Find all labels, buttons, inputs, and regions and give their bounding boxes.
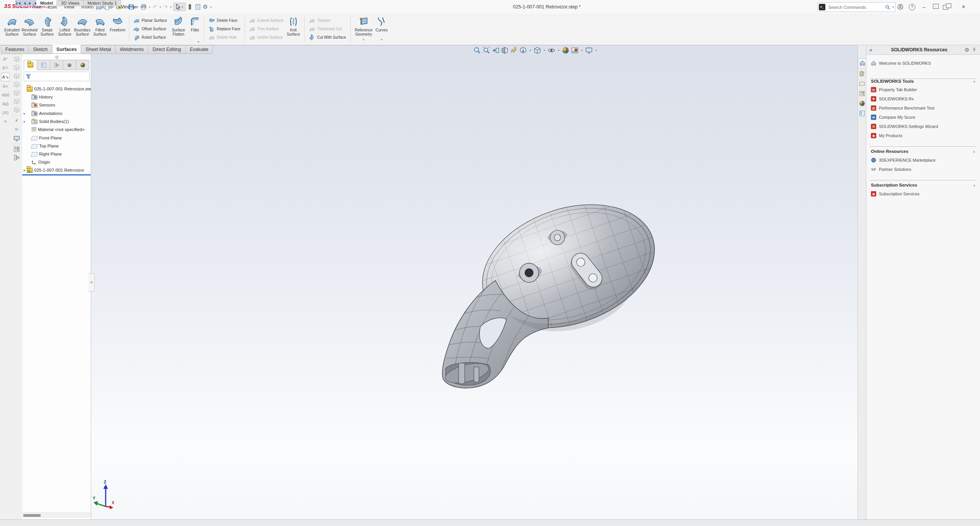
instant3d-icon[interactable]: ✦⃗ [13,117,20,125]
link-icon[interactable]: ⌗ [2,118,9,125]
pin-icon[interactable] [971,47,980,52]
redo-dropdown-icon[interactable]: ▾ [169,5,173,9]
restore-span-button[interactable]: ↔ [933,3,939,10]
expand-arrow-icon[interactable]: ▸ [22,111,27,115]
solidworks-resources-tab[interactable] [858,58,866,68]
view-cube-icon-1[interactable] [13,56,20,62]
3d-model-mirror-housing[interactable] [413,180,666,395]
file-explorer-tab[interactable] [858,79,866,88]
delete-face-button[interactable]: Delete Face [207,17,242,24]
text-style-icon-1[interactable]: A° [2,55,9,63]
offset-surface-button[interactable]: Offset Surface [132,26,168,32]
display-manager-tab[interactable] [76,60,89,70]
section-view-icon[interactable] [501,46,509,54]
text-style-icon-3[interactable]: A↘ [1,73,10,81]
lofted-surface-button[interactable]: Lofted Surface [56,14,74,45]
dynamic-annotation-views-icon[interactable] [510,46,518,54]
tab-weldments[interactable]: Weldments [116,45,148,54]
extruded-surface-button[interactable]: Extruded Surface [3,14,21,45]
view-settings-icon[interactable] [585,46,593,54]
tab-direct-editing[interactable]: Direct Editing [148,45,185,54]
search-icon[interactable] [885,5,890,10]
motion-study-tab[interactable]: Motion Study 1 [84,0,121,6]
view-cube-icon-2[interactable] [13,64,20,71]
curves-button[interactable]: Curves▾ [374,14,389,45]
tree-item-material[interactable]: Material <not specified> [22,126,91,133]
undo-dropdown-icon[interactable]: ▾ [158,5,162,9]
hide-show-items-icon[interactable] [547,46,555,54]
view-cube-icon-5[interactable] [13,90,20,96]
untrim-surface-button[interactable]: Untrim Surface [248,34,285,41]
next-tab-button[interactable] [28,0,33,7]
rollback-bar[interactable] [22,174,91,175]
welcome-link[interactable]: Welcome to SOLIDWORKS [871,61,931,66]
3d-views-tab[interactable]: 3D Views [57,0,83,6]
boundary-surface-button[interactable]: Boundary Surface [74,14,91,45]
tree-item-front-plane[interactable]: Front Plane [22,134,91,142]
thickened-cut-button[interactable]: Thickened Cut [307,26,348,32]
cut-with-surface-button[interactable]: Cut With Surface [307,34,348,41]
undo-button[interactable]: ↶ [152,3,158,11]
tree-collapse-dot[interactable] [55,56,59,59]
group-dropdown-icon[interactable]: ▾ [198,40,199,44]
appearances-tab[interactable] [858,99,866,108]
thicken-button[interactable]: Thicken [307,17,348,24]
view-cube-icon-4[interactable] [13,81,20,88]
tree-item-part-root[interactable]: 025-1-007-001 Retrovizor.step [22,85,91,93]
display-monitor-icon[interactable] [13,135,20,142]
extend-surface-button[interactable]: Extend Surface [248,17,285,24]
partner-solutions-link[interactable]: Partner Solutions [871,167,911,172]
text-style-icon-6[interactable]: A⎙ [2,100,9,108]
tab-evaluate[interactable]: Evaluate [186,45,213,54]
replace-face-button[interactable]: Replace Face [207,26,242,32]
section-collapse-icon[interactable]: ∧ [973,150,975,154]
model-tab[interactable]: Model [36,0,57,6]
window-layout-icon-1[interactable] [13,146,20,152]
zoom-to-fit-icon[interactable] [473,46,481,54]
tree-item-top-plane[interactable]: Top Plane [22,142,91,150]
tab-surfaces[interactable]: Surfaces [52,45,82,54]
my-products-link[interactable]: ◆My Products [871,133,902,138]
edit-appearance-icon[interactable] [562,46,570,54]
tree-item-right-plane[interactable]: Right Plane [22,150,91,158]
section-collapse-icon[interactable]: ∧ [973,80,975,84]
text-style-icon-4[interactable]: A+ [2,82,9,90]
help-icon[interactable]: ? [909,4,915,10]
tree-item-solid-bodies[interactable]: ▸▣ Solid Bodies(1) [22,118,91,125]
dimxpert-manager-tab[interactable]: ⊕ [63,60,76,70]
expand-arrow-icon[interactable]: ▸ [22,120,27,123]
ruled-surface-button[interactable]: Ruled Surface [132,34,168,41]
tools-wrench-icon[interactable]: ⚒ [13,126,20,133]
settings-wizard-link[interactable]: ⚙SOLIDWORKS Settings Wizard [871,124,938,129]
close-button[interactable]: × [960,3,967,10]
print-button[interactable] [140,3,147,11]
swept-surface-button[interactable]: Swept Surface [38,14,56,45]
tree-filter-input[interactable] [33,74,89,79]
property-tab-builder-link[interactable]: ▤Property Tab Builder [871,87,917,92]
print-dropdown-icon[interactable]: ▾ [148,5,152,9]
tab-sheet-metal[interactable]: Sheet Metal [81,45,116,54]
search-dropdown-icon[interactable]: ▾ [891,5,895,9]
previous-view-icon[interactable] [492,46,500,54]
curves-dropdown-icon[interactable]: ▾ [380,38,384,42]
window-layout-icon-2[interactable] [13,154,20,161]
filled-surface-button[interactable]: Filled Surface [91,14,109,45]
view-orientation-icon[interactable] [519,46,527,54]
hide-show-dropdown-icon[interactable]: ▾ [557,49,560,52]
user-account-icon[interactable] [897,4,903,10]
design-library-tab[interactable] [858,69,866,78]
surface-flatten-button[interactable]: Surface Flatten [168,14,188,45]
display-style-icon[interactable] [533,46,541,54]
delete-hole-button[interactable]: Delete Hole [207,34,242,41]
section-collapse-icon[interactable]: ∧ [973,184,975,187]
gear-icon[interactable]: ⚙ [963,47,971,53]
save-button[interactable] [127,3,135,11]
compare-my-score-link[interactable]: ⇄Compare My Score [871,115,915,120]
view-settings-dropdown-icon[interactable]: ▾ [594,49,598,52]
scrollbar-thumb[interactable] [23,514,41,517]
view-cube-icon-7[interactable] [13,107,20,113]
tree-item-annotations[interactable]: ▸A Annotations [22,110,91,117]
tab-sketch[interactable]: Sketch [29,45,52,54]
collapse-chevrons-icon[interactable]: « [866,47,875,53]
solidworks-rx-link[interactable]: ✚SOLIDWORKS Rx [871,96,914,102]
